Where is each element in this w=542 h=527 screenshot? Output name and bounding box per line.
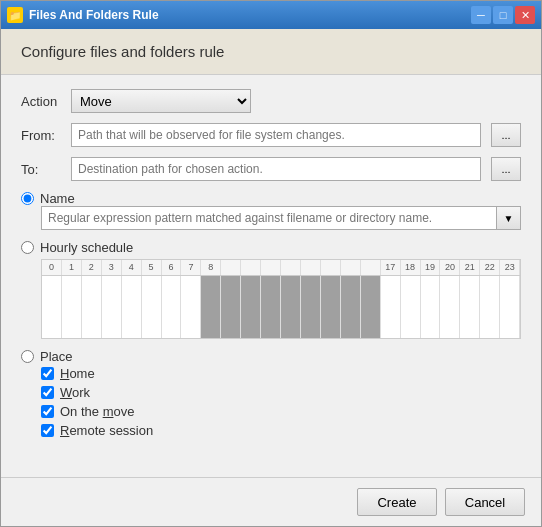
hour-13 <box>301 260 321 275</box>
hour-3: 3 <box>102 260 122 275</box>
cell-2[interactable] <box>82 276 102 338</box>
dialog-title: Configure files and folders rule <box>21 43 521 60</box>
action-select[interactable]: Move Copy Delete Archive <box>71 89 251 113</box>
window-icon: 📁 <box>7 7 23 23</box>
cell-1[interactable] <box>62 276 82 338</box>
hourly-radio-row: Hourly schedule <box>21 240 521 255</box>
hourly-radio[interactable] <box>21 241 34 254</box>
cell-5[interactable] <box>142 276 162 338</box>
cell-8[interactable] <box>201 276 221 338</box>
cell-4[interactable] <box>122 276 142 338</box>
place-section: Place Home Work On the move <box>21 349 521 438</box>
place-radio-row: Place <box>21 349 521 364</box>
hour-22: 22 <box>480 260 500 275</box>
cell-16[interactable] <box>361 276 381 338</box>
cell-0[interactable] <box>42 276 62 338</box>
remotesession-label[interactable]: Remote session <box>60 423 153 438</box>
place-remotesession-row: Remote session <box>41 423 521 438</box>
cell-18[interactable] <box>401 276 421 338</box>
place-radio-label[interactable]: Place <box>40 349 73 364</box>
work-label[interactable]: Work <box>60 385 90 400</box>
cell-7[interactable] <box>181 276 201 338</box>
cell-10[interactable] <box>241 276 261 338</box>
cell-13[interactable] <box>301 276 321 338</box>
action-row: Action Move Copy Delete Archive <box>21 89 521 113</box>
place-options: Home Work On the move Remote session <box>41 366 521 438</box>
hour-20: 20 <box>440 260 460 275</box>
work-checkbox[interactable] <box>41 386 54 399</box>
home-checkbox[interactable] <box>41 367 54 380</box>
to-browse-button[interactable]: ... <box>491 157 521 181</box>
hour-2: 2 <box>82 260 102 275</box>
hour-5: 5 <box>142 260 162 275</box>
create-button[interactable]: Create <box>357 488 437 516</box>
hour-labels: 0 1 2 3 4 5 6 7 8 17 <box>42 260 520 276</box>
cell-19[interactable] <box>421 276 441 338</box>
name-section: Name ▼ <box>21 191 521 230</box>
title-bar-left: 📁 Files And Folders Rule <box>7 7 159 23</box>
schedule-grid: 0 1 2 3 4 5 6 7 8 17 <box>41 259 521 339</box>
hour-11 <box>261 260 281 275</box>
cell-15[interactable] <box>341 276 361 338</box>
place-work-row: Work <box>41 385 521 400</box>
hour-7: 7 <box>181 260 201 275</box>
window-title: Files And Folders Rule <box>29 8 159 22</box>
hour-cells <box>42 276 520 338</box>
cell-14[interactable] <box>321 276 341 338</box>
minimize-button[interactable]: ─ <box>471 6 491 24</box>
from-row: From: ... <box>21 123 521 147</box>
hour-0: 0 <box>42 260 62 275</box>
cell-20[interactable] <box>440 276 460 338</box>
dialog-content: Action Move Copy Delete Archive From: ..… <box>1 75 541 477</box>
cell-12[interactable] <box>281 276 301 338</box>
hourly-radio-label[interactable]: Hourly schedule <box>40 240 133 255</box>
hourly-section: Hourly schedule 0 1 2 3 4 5 6 7 8 <box>21 240 521 339</box>
hour-21: 21 <box>460 260 480 275</box>
hour-10 <box>241 260 261 275</box>
name-pattern-input[interactable] <box>41 206 497 230</box>
onthemove-checkbox[interactable] <box>41 405 54 418</box>
to-input[interactable] <box>71 157 481 181</box>
cell-6[interactable] <box>162 276 182 338</box>
dialog-header: Configure files and folders rule <box>1 29 541 75</box>
from-input[interactable] <box>71 123 481 147</box>
title-bar: 📁 Files And Folders Rule ─ □ ✕ <box>1 1 541 29</box>
hour-8: 8 <box>201 260 221 275</box>
to-row: To: ... <box>21 157 521 181</box>
cell-17[interactable] <box>381 276 401 338</box>
cell-11[interactable] <box>261 276 281 338</box>
close-button[interactable]: ✕ <box>515 6 535 24</box>
to-label: To: <box>21 162 61 177</box>
name-dropdown-arrow[interactable]: ▼ <box>497 206 521 230</box>
cell-22[interactable] <box>480 276 500 338</box>
main-window: 📁 Files And Folders Rule ─ □ ✕ Configure… <box>0 0 542 527</box>
hour-16 <box>361 260 381 275</box>
name-dropdown-row: ▼ <box>21 206 521 230</box>
remotesession-checkbox[interactable] <box>41 424 54 437</box>
action-label: Action <box>21 94 61 109</box>
place-home-row: Home <box>41 366 521 381</box>
hour-12 <box>281 260 301 275</box>
name-radio[interactable] <box>21 192 34 205</box>
cell-9[interactable] <box>221 276 241 338</box>
from-browse-button[interactable]: ... <box>491 123 521 147</box>
onthemove-label[interactable]: On the move <box>60 404 134 419</box>
place-radio[interactable] <box>21 350 34 363</box>
hour-19: 19 <box>421 260 441 275</box>
hour-4: 4 <box>122 260 142 275</box>
cell-3[interactable] <box>102 276 122 338</box>
name-radio-label[interactable]: Name <box>40 191 75 206</box>
place-onthemove-row: On the move <box>41 404 521 419</box>
maximize-button[interactable]: □ <box>493 6 513 24</box>
home-label[interactable]: Home <box>60 366 95 381</box>
cell-23[interactable] <box>500 276 520 338</box>
cell-21[interactable] <box>460 276 480 338</box>
hour-9 <box>221 260 241 275</box>
from-label: From: <box>21 128 61 143</box>
hour-17: 17 <box>381 260 401 275</box>
hour-15 <box>341 260 361 275</box>
dialog-footer: Create Cancel <box>1 477 541 526</box>
hour-14 <box>321 260 341 275</box>
hour-18: 18 <box>401 260 421 275</box>
cancel-button[interactable]: Cancel <box>445 488 525 516</box>
